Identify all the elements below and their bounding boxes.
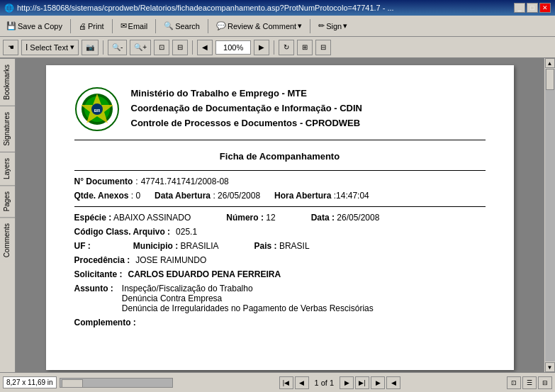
rotate-button[interactable]: ↻ [279, 40, 294, 55]
zoom-in-button[interactable]: 🔍+ [130, 40, 151, 55]
zoom-input[interactable] [215, 40, 251, 55]
prev-zoom-button[interactable]: ◀ [197, 40, 213, 55]
h-scroll-thumb[interactable] [62, 379, 83, 388]
continuous-button[interactable]: ☰ [522, 376, 537, 389]
document-title-block: Ministério do Trabalho e Emprego - MTE C… [131, 86, 486, 130]
maximize-button[interactable]: □ [527, 3, 538, 13]
assunto-label: Assunto : [74, 284, 113, 293]
review-comment-button[interactable]: 💬 Review & Comment ▾ [213, 19, 305, 33]
nav-controls: |◀ ◀ 1 of 1 ▶ ▶| ▶ ◀ [176, 376, 504, 389]
next-zoom-button[interactable]: ▶ [254, 40, 269, 55]
scroll-track[interactable] [545, 69, 555, 362]
separator [155, 19, 156, 33]
email-icon: ✉ [120, 21, 127, 30]
horizontal-scrollbar[interactable] [60, 378, 173, 388]
procedencia-value: JOSE RAIMUNDO [135, 255, 206, 265]
prev-page-button[interactable]: ◀ [295, 376, 309, 389]
print-button[interactable]: 🖨 Print [75, 20, 108, 33]
separator [274, 40, 274, 55]
coordination-title: Coordenação de Documentação e Informação… [131, 101, 486, 116]
scroll-up-button[interactable]: ▲ [545, 58, 555, 68]
procedencia-label: Procedência : [74, 255, 130, 265]
play-button[interactable]: ▶ [371, 376, 385, 389]
save-copy-button[interactable]: 💾 Save a Copy [3, 19, 66, 33]
next-page-button[interactable]: ▶ [340, 376, 354, 389]
hora-abertura-value: :14:47:04 [334, 191, 369, 201]
uf-label: UF : [74, 241, 91, 251]
browser-icon: 🌐 [4, 4, 14, 13]
dropdown-arrow: ▾ [343, 21, 347, 30]
pages-tab[interactable]: Pages [0, 185, 15, 217]
separator [310, 19, 310, 33]
search-button[interactable]: 🔍 Search [160, 19, 203, 33]
ministry-title: Ministério do Trabalho e Emprego - MTE [131, 86, 486, 101]
window-controls[interactable]: _ □ ✕ [514, 3, 551, 13]
page-options-button[interactable]: ⊞ [297, 40, 313, 55]
numero-label: Número : [226, 213, 264, 223]
select-text-button[interactable]: I Select Text ▾ [21, 40, 79, 55]
pdf-content-area: BR Ministério do Trabalho e Emprego - MT… [16, 58, 544, 372]
save-icon: 💾 [6, 21, 16, 30]
solicitante-row: Solicitante : CARLOS EDUARDO PENA FERREI… [74, 269, 486, 279]
dropdown-arrow: ▾ [70, 43, 74, 52]
last-page-button[interactable]: ▶| [355, 376, 369, 389]
review-icon: 💬 [216, 21, 226, 30]
view-controls: ⊡ ☰ ⊟ [507, 376, 552, 389]
more-button[interactable]: ⊟ [315, 40, 331, 55]
svg-text:BR: BR [94, 108, 100, 113]
layers-tab[interactable]: Layers [0, 152, 15, 185]
single-page-button[interactable]: ⊡ [507, 376, 521, 389]
bookmarks-tab[interactable]: Bookmarks [0, 58, 15, 106]
main-toolbar: 💾 Save a Copy 🖨 Print ✉ Email 🔍 Search 💬… [0, 16, 555, 37]
data-abertura-label: Data Abertura [155, 191, 211, 201]
fit-width-button[interactable]: ⊟ [172, 40, 188, 55]
hand-tool-button[interactable]: ☚ [3, 40, 18, 55]
assunto-item-1: Inspeção/Fiscalização do Trabalho [122, 284, 374, 293]
section-title: Ficha de Acompanhamento [74, 151, 486, 162]
page-info: 1 of 1 [310, 379, 339, 387]
especie-value: ABAIXO ASSINADO [113, 213, 191, 223]
n-documento-value: 47741.741741/2008-08 [141, 177, 229, 186]
zoom-in-icon: 🔍+ [134, 43, 147, 51]
hand-icon: ☚ [8, 43, 14, 51]
assunto-item-2: Denúncia Contra Empresa [122, 293, 374, 303]
document-header: BR Ministério do Trabalho e Emprego - MT… [74, 86, 486, 140]
scroll-thumb[interactable] [546, 69, 554, 90]
close-button[interactable]: ✕ [539, 3, 551, 13]
municipio-value: BRASILIA [181, 241, 219, 251]
camera-icon: 📷 [86, 43, 94, 51]
snapshot-button[interactable]: 📷 [82, 40, 99, 55]
especie-row: Espécie : ABAIXO ASSINADO Número : 12 Da… [74, 213, 486, 223]
email-button[interactable]: ✉ Email [117, 19, 152, 33]
sign-button[interactable]: ✏ Sign ▾ [315, 19, 351, 33]
assunto-items: Inspeção/Fiscalização do Trabalho Denúnc… [122, 284, 374, 313]
solicitante-label: Solicitante : [74, 269, 123, 279]
status-bar: 8,27 x 11,69 in |◀ ◀ 1 of 1 ▶ ▶| ▶ ◀ ⊡ ☰… [0, 372, 555, 392]
print-icon: 🖨 [79, 22, 86, 30]
zoom-out-icon: 🔍- [112, 43, 123, 51]
separator [112, 19, 113, 33]
first-page-button[interactable]: |◀ [279, 376, 293, 389]
comments-tab[interactable]: Comments [0, 217, 15, 263]
qtde-value: 0 [135, 191, 140, 201]
cursor-icon: I [26, 43, 28, 52]
n-documento-label: N° Documento [74, 177, 133, 186]
url-text: http://s-158068/sistemas/cprodweb/Relato… [17, 4, 394, 12]
procedencia-row: Procedência : JOSE RAIMUNDO [74, 255, 486, 265]
right-scrollbar[interactable]: ▲ ▼ [544, 58, 555, 372]
rewind-button[interactable]: ◀ [386, 376, 400, 389]
separator [192, 40, 193, 55]
scroll-down-button[interactable]: ▼ [545, 362, 555, 372]
fit-page-button[interactable]: ⊡ [154, 40, 169, 55]
especie-label: Espécie : [74, 213, 112, 223]
side-panels: Bookmarks Signatures Layers Pages Commen… [0, 58, 16, 372]
municipio-label: Municipio : [133, 241, 178, 251]
minimize-button[interactable]: _ [514, 3, 525, 13]
title-bar: 🌐 http://s-158068/sistemas/cprodweb/Rela… [0, 0, 555, 16]
numero-value: 12 [266, 213, 275, 223]
pdf-toolbar: ☚ I Select Text ▾ 📷 🔍- 🔍+ ⊡ ⊟ ◀ ▶ ↻ ⊞ ⊟ [0, 37, 555, 58]
signatures-tab[interactable]: Signatures [0, 106, 15, 152]
two-page-button[interactable]: ⊟ [538, 376, 552, 389]
zoom-out-button[interactable]: 🔍- [108, 40, 127, 55]
divider2 [74, 206, 486, 207]
